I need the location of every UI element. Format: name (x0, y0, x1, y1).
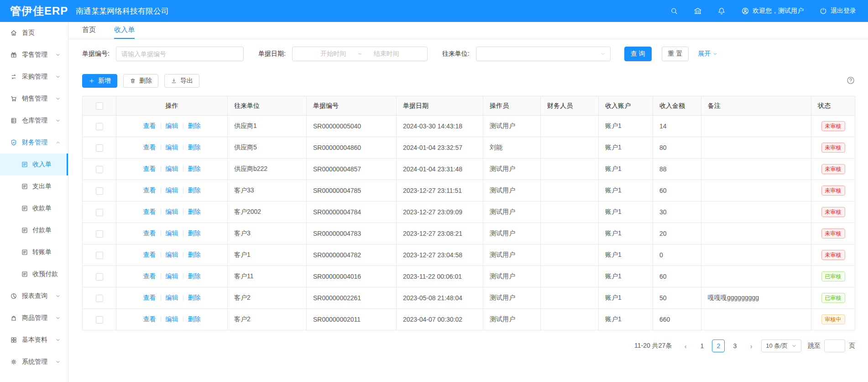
action-delete-link[interactable]: 删除 (188, 315, 201, 323)
action-view-link[interactable]: 查看 (143, 143, 156, 151)
sidebar-item-purchase[interactable]: 采购管理 (0, 66, 68, 88)
sidebar-item-report[interactable]: 报表查询 (0, 285, 68, 307)
page-number-2[interactable]: 2 (712, 340, 725, 352)
cell-amount: 80 (653, 137, 701, 159)
bill-no-input[interactable] (116, 47, 244, 61)
action-view-link[interactable]: 查看 (143, 165, 156, 172)
action-delete-link[interactable]: 删除 (188, 186, 201, 194)
logout-button[interactable]: 退出登录 (819, 7, 856, 15)
header-notifications-button[interactable] (717, 7, 726, 15)
action-separator (161, 295, 161, 301)
select-all-checkbox[interactable] (96, 102, 103, 110)
tab-income-bill[interactable]: 收入单 (114, 22, 135, 39)
row-checkbox[interactable] (96, 230, 103, 238)
add-button[interactable]: 新增 (82, 74, 117, 88)
table-row: 查看编辑删除客户3SR000000047832023-12-27 23:08:2… (83, 223, 855, 244)
action-view-link[interactable]: 查看 (143, 122, 156, 129)
row-checkbox[interactable] (96, 295, 103, 302)
sidebar-item-prepaid-bill[interactable]: 收预付款 (0, 263, 68, 285)
sidebar-item-sales[interactable]: 销售管理 (0, 88, 68, 110)
action-delete-link[interactable]: 删除 (188, 208, 201, 215)
cell-date: 2023-12-27 23:08:21 (397, 223, 483, 244)
action-view-link[interactable]: 查看 (143, 315, 156, 323)
action-edit-link[interactable]: 编辑 (166, 122, 178, 129)
row-checkbox[interactable] (96, 252, 103, 259)
action-view-link[interactable]: 查看 (143, 251, 156, 258)
sidebar-subitem-label: 付款单 (32, 226, 52, 234)
select-all-checkbox-cell (83, 96, 116, 116)
action-edit-link[interactable]: 编辑 (166, 165, 178, 172)
page-size-select[interactable]: 10 条/页 (761, 340, 801, 352)
row-checkbox[interactable] (96, 273, 103, 281)
sidebar-item-warehouse[interactable]: 仓库管理 (0, 110, 68, 132)
action-view-link[interactable]: 查看 (143, 294, 156, 301)
row-actions: 查看编辑删除 (116, 309, 228, 330)
row-checkbox[interactable] (96, 166, 103, 173)
action-delete-link[interactable]: 删除 (188, 251, 201, 258)
status-badge: 未审核 (821, 143, 845, 153)
row-checkbox[interactable] (96, 144, 103, 152)
action-edit-link[interactable]: 编辑 (166, 186, 178, 194)
cell-finance (541, 309, 599, 330)
header-search-button[interactable] (670, 7, 678, 15)
sidebar-item-income-bill[interactable]: 收入单 (0, 154, 68, 175)
sidebar-item-payment-bill[interactable]: 付款单 (0, 219, 68, 241)
cell-amount: 14 (653, 116, 701, 137)
sidebar-item-basic-data[interactable]: 基本资料 (0, 329, 68, 351)
action-edit-link[interactable]: 编辑 (166, 251, 178, 258)
action-delete-link[interactable]: 删除 (188, 122, 201, 129)
help-button[interactable] (846, 76, 855, 86)
action-view-link[interactable]: 查看 (143, 229, 156, 237)
action-delete-link[interactable]: 删除 (188, 229, 201, 237)
chevron-down-icon (55, 293, 61, 299)
sidebar-item-goods[interactable]: 商品管理 (0, 307, 68, 329)
action-delete-link[interactable]: 删除 (188, 294, 201, 301)
sidebar-item-transfer-bill[interactable]: 转账单 (0, 241, 68, 263)
cell-remark (701, 159, 811, 180)
action-edit-link[interactable]: 编辑 (166, 294, 178, 301)
action-view-link[interactable]: 查看 (143, 208, 156, 215)
sidebar-item-home[interactable]: 首页 (0, 22, 68, 44)
cell-finance (541, 116, 599, 137)
action-view-link[interactable]: 查看 (143, 272, 156, 280)
prev-page-button[interactable]: ‹ (679, 340, 692, 352)
export-button[interactable]: 导出 (164, 74, 199, 88)
page-number-3[interactable]: 3 (728, 340, 741, 352)
row-actions: 查看编辑删除 (116, 287, 228, 309)
page-number-1[interactable]: 1 (695, 340, 708, 352)
row-checkbox[interactable] (96, 209, 103, 216)
row-checkbox[interactable] (96, 123, 103, 130)
sidebar-item-receipt-bill[interactable]: 收款单 (0, 197, 68, 219)
sidebar-item-retail[interactable]: 零售管理 (0, 44, 68, 66)
row-checkbox[interactable] (96, 316, 103, 324)
sidebar-item-system[interactable]: 系统管理 (0, 351, 68, 373)
header-platform-button[interactable] (694, 7, 702, 15)
next-page-button[interactable]: › (745, 340, 758, 352)
reset-button[interactable]: 重 置 (662, 47, 689, 61)
action-edit-link[interactable]: 编辑 (166, 208, 178, 215)
search-button[interactable]: 查 询 (624, 47, 652, 61)
user-menu[interactable]: 欢迎您，测试用户 (741, 7, 804, 15)
action-edit-link[interactable]: 编辑 (166, 143, 178, 151)
cell-status: 未审核 (811, 244, 855, 266)
sidebar-item-finance[interactable]: 财务管理 (0, 132, 68, 154)
tab-home[interactable]: 首页 (82, 22, 96, 39)
expand-link[interactable]: 展开 (698, 50, 718, 58)
partner-select[interactable] (476, 47, 611, 61)
action-view-link[interactable]: 查看 (143, 186, 156, 194)
sidebar-item-expense-bill[interactable]: 支出单 (0, 175, 68, 197)
action-delete-link[interactable]: 删除 (188, 165, 201, 172)
action-delete-link[interactable]: 删除 (188, 272, 201, 280)
date-range-picker[interactable]: 开始时间 ~ 结束时间 (292, 47, 428, 61)
action-delete-link[interactable]: 删除 (188, 143, 201, 151)
cell-status: 已审核 (811, 287, 855, 309)
expand-label: 展开 (698, 50, 711, 58)
cell-operator: 测试用户 (483, 309, 541, 330)
action-edit-link[interactable]: 编辑 (166, 272, 178, 280)
action-edit-link[interactable]: 编辑 (166, 229, 178, 237)
action-edit-link[interactable]: 编辑 (166, 315, 178, 323)
row-checkbox[interactable] (96, 187, 103, 195)
jump-page-input[interactable] (824, 340, 845, 352)
delete-button[interactable]: 删除 (123, 74, 158, 88)
add-label: 新增 (98, 77, 111, 85)
